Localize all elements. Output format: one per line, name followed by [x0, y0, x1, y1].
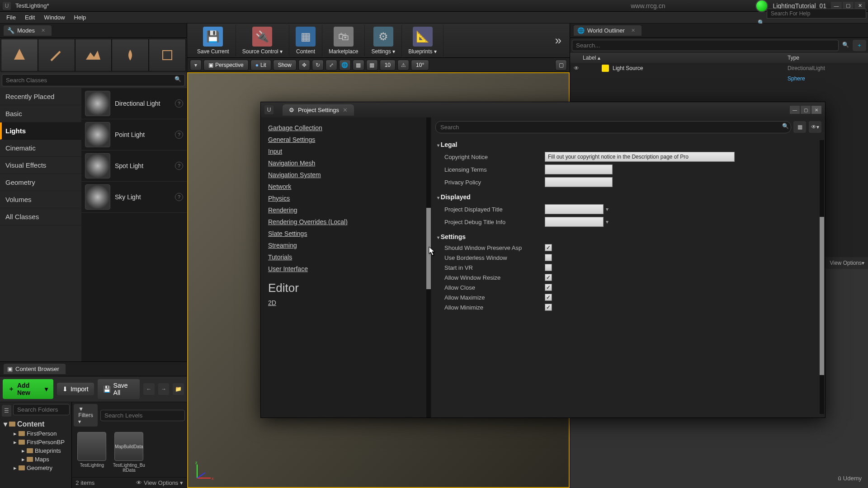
allow-close-checkbox[interactable]: ✓: [545, 284, 552, 291]
scale-gizmo-button[interactable]: ⤢: [326, 60, 337, 70]
outliner-row[interactable]: Sphere: [570, 74, 868, 84]
category-lights[interactable]: Lights: [0, 122, 81, 140]
legal-group-header[interactable]: Legal: [437, 139, 820, 150]
menu-file[interactable]: File: [2, 12, 20, 23]
ps-link-2d[interactable]: 2D: [268, 297, 425, 309]
project-settings-tab[interactable]: ⚙ Project Settings ✕: [283, 104, 354, 116]
tree-folder-blueprints[interactable]: ▸Blueprints: [2, 446, 70, 455]
asset-testlighting[interactable]: TestLighting: [75, 432, 108, 468]
import-button[interactable]: ⬇ Import: [57, 383, 94, 395]
blueprints-button[interactable]: 📐 Blueprints ▾: [402, 25, 443, 56]
ps-link-physics[interactable]: Physics: [268, 192, 425, 204]
ps-minimize-button[interactable]: —: [790, 106, 800, 114]
nav-path-button[interactable]: 📁: [173, 383, 184, 395]
scrollbar-thumb[interactable]: [426, 208, 431, 289]
lit-button[interactable]: ● Lit: [250, 60, 271, 70]
light-item-point-light[interactable]: Point Light?: [81, 119, 187, 150]
close-icon[interactable]: ✕: [343, 107, 348, 113]
marketplace-button[interactable]: 🛍 Marketplace: [322, 25, 365, 56]
foliage-mode-button[interactable]: [112, 39, 149, 71]
settings-button[interactable]: ⚙ Settings ▾: [365, 25, 402, 56]
view-options-button[interactable]: 👁 View Options ▾: [136, 479, 183, 486]
debug-title-input[interactable]: [545, 217, 604, 227]
tree-folder-firstperson[interactable]: ▸FirstPerson: [2, 429, 70, 438]
ps-close-button[interactable]: ✕: [811, 106, 821, 114]
visibility-button[interactable]: 👁▾: [809, 121, 821, 133]
world-outliner-tab[interactable]: 🌐 World Outliner ✕: [574, 25, 642, 36]
tree-folder-maps[interactable]: ▸Maps: [2, 455, 70, 464]
allow-minimize-checkbox[interactable]: ✓: [545, 304, 552, 311]
preserve-aspect-checkbox[interactable]: ✓: [545, 244, 552, 251]
settings-group-header[interactable]: Settings: [437, 231, 820, 243]
project-settings-search-input[interactable]: [435, 121, 791, 133]
ps-link-input[interactable]: Input: [268, 145, 425, 157]
start-vr-checkbox[interactable]: [545, 264, 552, 271]
type-column-header[interactable]: Type: [788, 55, 864, 61]
toolbar-overflow-button[interactable]: »: [551, 33, 566, 47]
nav-back-button[interactable]: ←: [143, 383, 155, 395]
borderless-checkbox[interactable]: [545, 254, 552, 261]
show-button[interactable]: Show: [273, 60, 297, 70]
search-assets-input[interactable]: [100, 410, 185, 421]
close-icon[interactable]: ✕: [631, 28, 635, 33]
chevron-down-icon[interactable]: ▾: [604, 219, 611, 225]
ps-link-streaming[interactable]: Streaming: [268, 239, 425, 251]
scrollbar-thumb[interactable]: [820, 217, 824, 375]
category-geometry[interactable]: Geometry: [0, 174, 81, 191]
viewport-options-button[interactable]: ▾: [190, 60, 202, 70]
grid-snap-value[interactable]: 10: [380, 60, 396, 70]
search-classes-input[interactable]: [2, 74, 185, 86]
displayed-group-header[interactable]: Displayed: [437, 191, 820, 203]
angle-snap-button[interactable]: ⚠: [397, 60, 409, 70]
add-actor-button[interactable]: ＋: [853, 40, 866, 51]
tree-folder-firstpersonbp[interactable]: ▸FirstPersonBP: [2, 438, 70, 446]
menu-window[interactable]: Window: [39, 12, 69, 23]
category-volumes[interactable]: Volumes: [0, 191, 81, 208]
project-settings-categories[interactable]: Garbage CollectionGeneral SettingsInputN…: [261, 117, 432, 418]
grid-view-button[interactable]: ▦: [793, 121, 806, 133]
world-local-button[interactable]: 🌐: [339, 60, 351, 70]
help-icon[interactable]: ?: [175, 131, 183, 139]
outliner-row[interactable]: 👁Light SourceDirectionalLight: [570, 63, 868, 74]
help-search-input[interactable]: [767, 9, 866, 19]
source-control-button[interactable]: 🔌 Source Control ▾: [236, 25, 289, 56]
tree-toggle-button[interactable]: ☰: [2, 405, 11, 417]
light-item-spot-light[interactable]: Spot Light?: [81, 150, 187, 182]
category-basic[interactable]: Basic: [0, 105, 81, 122]
perspective-button[interactable]: ▣ Perspective: [203, 60, 249, 70]
category-recently-placed[interactable]: Recently Placed: [0, 88, 81, 105]
rotate-gizmo-button[interactable]: ↻: [312, 60, 324, 70]
category-all-classes[interactable]: All Classes: [0, 208, 81, 225]
help-icon[interactable]: ?: [175, 99, 183, 108]
menu-edit[interactable]: Edit: [20, 12, 39, 23]
visibility-icon[interactable]: 👁: [574, 65, 581, 71]
light-item-sky-light[interactable]: Sky Light?: [81, 182, 187, 213]
surface-snap-button[interactable]: ▦: [353, 60, 364, 70]
add-new-button[interactable]: ＋ Add New ▾: [3, 379, 53, 399]
ps-link-rendering-overrides-local-[interactable]: Rendering Overrides (Local): [268, 216, 425, 228]
landscape-mode-button[interactable]: [75, 39, 112, 71]
allow-resize-checkbox[interactable]: ✓: [545, 274, 552, 281]
modes-tab[interactable]: 🔧 Modes ✕: [4, 25, 52, 36]
paint-mode-button[interactable]: [38, 39, 75, 71]
ps-maximize-button[interactable]: ▢: [801, 106, 811, 114]
save-current-button[interactable]: 💾 Save Current: [191, 25, 236, 56]
translate-gizmo-button[interactable]: ✥: [298, 60, 310, 70]
ps-link-navigation-mesh[interactable]: Navigation Mesh: [268, 157, 425, 169]
licensing-terms-input[interactable]: [545, 164, 613, 174]
ps-link-tutorials[interactable]: Tutorials: [268, 251, 425, 263]
ps-link-garbage-collection[interactable]: Garbage Collection: [268, 122, 425, 134]
grid-snap-button[interactable]: ▦: [366, 60, 378, 70]
save-all-button[interactable]: 💾 Save All: [98, 379, 140, 399]
tree-folder-geometry[interactable]: ▸Geometry: [2, 464, 70, 472]
content-button[interactable]: ▦ Content: [289, 25, 322, 56]
copyright-notice-input[interactable]: [545, 152, 735, 162]
category-visual-effects[interactable]: Visual Effects: [0, 157, 81, 174]
ps-link-slate-settings[interactable]: Slate Settings: [268, 228, 425, 239]
ps-link-rendering[interactable]: Rendering: [268, 204, 425, 216]
ps-link-network[interactable]: Network: [268, 181, 425, 192]
help-icon[interactable]: ?: [175, 162, 183, 170]
ps-link-navigation-system[interactable]: Navigation System: [268, 169, 425, 181]
filters-button[interactable]: ▼ Filters ▾: [74, 404, 98, 427]
category-cinematic[interactable]: Cinematic: [0, 140, 81, 157]
